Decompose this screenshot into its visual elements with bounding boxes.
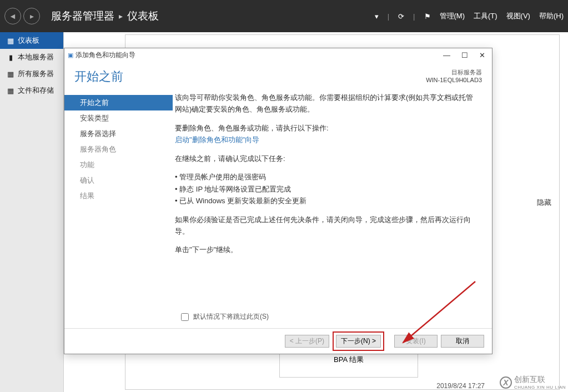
checklist-item: 已从 Windows 更新安装最新的安全更新 [175,195,480,207]
watermark-text: 创新互联 [514,375,545,384]
sidebar: ▦ 仪表板 ▮ 本地服务器 ▦ 所有服务器 ▦ 文件和存储 [0,32,64,392]
remove-wizard-link[interactable]: 启动"删除角色和功能"向导 [175,135,259,144]
step-server-roles: 服务器角色 [64,142,173,157]
verify-text: 如果你必须验证是否已完成上述任何先决条件，请关闭向导，完成这些步骤，然后再次运行… [175,214,480,238]
divider: | [413,12,415,21]
refresh-icon[interactable]: ⟳ [398,12,404,21]
timestamp: 2019/8/24 17:27 [436,382,485,390]
dialog-title: 添加角色和功能向导 [76,51,135,60]
storage-icon: ▦ [7,87,14,95]
intro-text: 该向导可帮助你安装角色、角色服务或功能。你需要根据组织的计算要求(例如共享文档或… [175,92,480,115]
sidebar-item-storage[interactable]: ▦ 文件和存储 [0,82,63,99]
wizard-dialog: ▣ 添加角色和功能向导 — ☐ ✕ 开始之前 目标服务器 WIN-1EQL9H0… [64,48,492,354]
skip-checkbox[interactable] [181,313,189,321]
remove-label: 要删除角色、角色服务或功能，请执行以下操作: [175,124,329,132]
sidebar-item-label: 所有服务器 [18,69,54,79]
wizard-icon: ▣ [68,52,73,59]
next-button[interactable]: 下一步(N) > [336,335,381,348]
step-features: 功能 [64,157,173,173]
minimize-button[interactable]: — [443,51,450,59]
menu-view[interactable]: 视图(V) [506,11,530,21]
before-continue-text: 在继续之前，请确认完成以下任务: [175,153,480,164]
dropdown-chevron-icon[interactable]: ▾ [375,12,379,21]
breadcrumb: 服务器管理器 ▸ 仪表板 [51,9,159,23]
checklist-item: 管理员帐户使用的是强密码 [175,171,480,183]
skip-label: 默认情况下将跳过此页(S) [193,312,269,321]
top-menu: ▾ | ⟳ | ⚑ 管理(M) 工具(T) 视图(V) 帮助(H) [375,11,564,21]
step-before[interactable]: 开始之前 [64,95,173,110]
back-button[interactable]: ◄ [4,8,21,24]
dialog-titlebar[interactable]: ▣ 添加角色和功能向导 — ☐ ✕ [64,48,492,62]
sidebar-item-label: 本地服务器 [18,52,54,62]
forward-button[interactable]: ▸ [23,8,40,24]
dialog-heading: 开始之前 [74,68,426,85]
target-label: 目标服务器 [451,69,482,76]
sidebar-item-dashboard[interactable]: ▦ 仪表板 [0,32,63,49]
dialog-footer: < 上一步(P) 下一步(N) > 安装(I) 取消 [64,328,492,354]
menu-tools[interactable]: 工具(T) [474,11,497,21]
dashboard-icon: ▦ [7,37,14,45]
target-info: 目标服务器 WIN-1EQL9H0LAD3 [426,68,482,85]
hide-link[interactable]: 隐藏 [537,198,551,208]
sidebar-item-all[interactable]: ▦ 所有服务器 [0,66,63,82]
servers-icon: ▦ [7,70,14,78]
sidebar-item-label: 文件和存储 [18,86,54,96]
prev-button: < 上一步(P) [285,335,329,348]
step-results: 结果 [64,188,173,204]
cancel-button[interactable]: 取消 [441,335,484,348]
chevron-right-icon: ▸ [119,12,123,21]
step-server-select[interactable]: 服务器选择 [64,126,173,142]
step-confirm: 确认 [64,173,173,188]
flag-icon[interactable]: ⚑ [424,12,431,21]
sidebar-item-local[interactable]: ▮ 本地服务器 [0,49,63,66]
step-install-type[interactable]: 安装类型 [64,110,173,126]
checklist: 管理员帐户使用的是强密码 静态 IP 地址等网络设置已配置完成 已从 Windo… [175,171,480,207]
breadcrumb-page[interactable]: 仪表板 [127,9,159,23]
watermark-pinyin: CHUANG XIN HU LIAN [514,385,566,390]
wizard-steps: 开始之前 安装类型 服务器选择 服务器角色 功能 确认 结果 [64,89,173,310]
maximize-button[interactable]: ☐ [461,51,468,59]
bpa-label: BPA 结果 [334,355,364,364]
sidebar-item-label: 仪表板 [18,36,39,46]
dialog-content: 该向导可帮助你安装角色、角色服务或功能。你需要根据组织的计算要求(例如共享文档或… [173,89,492,310]
nav-arrows: ◄ ▸ [4,8,40,24]
dialog-header: 开始之前 目标服务器 WIN-1EQL9H0LAD3 [64,62,492,89]
menu-manage[interactable]: 管理(M) [440,11,465,21]
titlebar: ◄ ▸ 服务器管理器 ▸ 仪表板 ▾ | ⟳ | ⚑ 管理(M) 工具(T) 视… [0,0,568,32]
watermark: X 创新互联 CHUANG XIN HU LIAN [500,375,566,390]
click-next-text: 单击"下一步"继续。 [175,244,480,255]
install-button: 安装(I) [394,335,438,348]
checklist-item: 静态 IP 地址等网络设置已配置完成 [175,183,480,195]
watermark-logo: X [500,376,512,389]
next-highlight: 下一步(N) > [333,331,384,351]
dialog-body: 开始之前 安装类型 服务器选择 服务器角色 功能 确认 结果 该向导可帮助你安装… [64,89,492,310]
target-server: WIN-1EQL9H0LAD3 [426,77,482,83]
window-controls: — ☐ ✕ [443,51,489,59]
server-icon: ▮ [7,53,14,62]
breadcrumb-root[interactable]: 服务器管理器 [51,9,114,23]
divider: | [388,12,389,21]
menu-help[interactable]: 帮助(H) [539,11,564,21]
skip-checkbox-row: 默认情况下将跳过此页(S) [181,312,269,321]
bpa-box: BPA 结果 [279,352,418,378]
close-button[interactable]: ✕ [479,51,485,59]
